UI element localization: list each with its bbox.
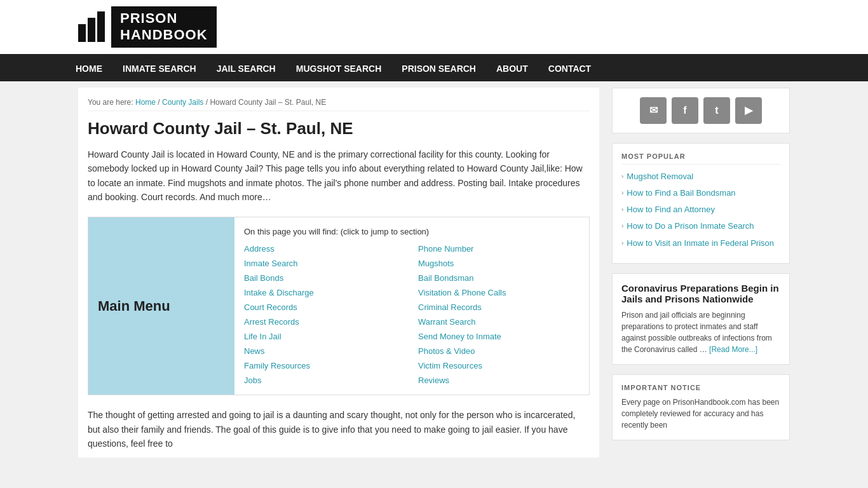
logo[interactable]: PRISON HANDBOOK [78, 6, 790, 48]
breadcrumb-current: Howard County Jail – St. Paul, NE [210, 98, 326, 107]
menu-link-warrant-search[interactable]: Warrant Search [418, 317, 580, 327]
notice-title: IMPORTANT NOTICE [621, 384, 780, 391]
menu-link-life-in-jail[interactable]: Life In Jail [244, 332, 405, 341]
menu-link-send-money[interactable]: Send Money to Inmate [418, 332, 580, 341]
list-item: › How to Find an Attorney [621, 204, 780, 215]
most-popular-section: MOST POPULAR › Mugshot Removal › How to … [612, 143, 790, 264]
menu-link-family[interactable]: Family Resources [244, 361, 405, 370]
arrow-icon: › [621, 222, 623, 229]
menu-content: On this page you will find: (click to ju… [234, 217, 589, 395]
menu-link-jobs[interactable]: Jobs [244, 376, 405, 385]
arrow-icon: › [621, 189, 623, 196]
breadcrumb-county-jails[interactable]: County Jails [162, 98, 203, 107]
menu-links-grid: Address Phone Number Inmate Search Mugsh… [244, 244, 580, 385]
logo-bars [78, 11, 105, 42]
nav-mugshot-search[interactable]: MUGSHOT SEARCH [286, 56, 392, 81]
arrow-icon: › [621, 173, 623, 180]
list-item: › Mugshot Removal [621, 171, 780, 182]
news-text: Prison and jail officials are beginning … [621, 309, 780, 355]
logo-bar-3 [97, 11, 105, 42]
site-header: PRISON HANDBOOK [0, 0, 868, 56]
main-layout: You are here: Home / County Jails / Howa… [65, 81, 803, 464]
page-intro: Howard County Jail is located in Howard … [88, 147, 590, 205]
popular-link-attorney[interactable]: How to Find an Attorney [627, 204, 715, 215]
nav-prison-search[interactable]: PRISON SEARCH [391, 56, 486, 81]
menu-link-visitation[interactable]: Visitation & Phone Calls [418, 288, 580, 297]
popular-link-mugshot[interactable]: Mugshot Removal [627, 171, 693, 182]
nav-about[interactable]: ABOUT [486, 56, 538, 81]
breadcrumb-home[interactable]: Home [135, 98, 156, 107]
read-more-link[interactable]: [Read More...] [709, 345, 757, 354]
youtube-button[interactable]: ▶ [735, 97, 762, 124]
news-title: Coronavirus Preparations Begin in Jails … [621, 283, 780, 304]
menu-link-victim[interactable]: Victim Resources [418, 361, 580, 370]
main-menu-section: Main Menu On this page you will find: (c… [88, 217, 590, 395]
twitter-button[interactable]: t [703, 97, 730, 124]
arrow-icon: › [621, 240, 623, 247]
nav-contact[interactable]: CONTACT [538, 56, 601, 81]
menu-intro: On this page you will find: (click to ju… [244, 227, 580, 236]
menu-label: Main Menu [88, 217, 234, 395]
menu-link-bail-bonds[interactable]: Bail Bonds [244, 273, 405, 283]
news-section: Coronavirus Preparations Begin in Jails … [612, 273, 790, 365]
popular-link-prison-inmate-search[interactable]: How to Do a Prison Inmate Search [627, 220, 754, 232]
breadcrumb: You are here: Home / County Jails / Howa… [88, 94, 590, 111]
bottom-text: The thought of getting arrested and goin… [88, 408, 590, 451]
menu-link-bail-bondsman[interactable]: Bail Bondsman [418, 273, 580, 283]
logo-line1: PRISON [120, 10, 208, 27]
menu-link-intake[interactable]: Intake & Discharge [244, 288, 405, 297]
most-popular-title: MOST POPULAR [621, 152, 780, 165]
main-content: You are here: Home / County Jails / Howa… [78, 88, 599, 458]
social-buttons: ✉ f t ▶ [612, 88, 790, 133]
popular-link-visit-inmate[interactable]: How to Visit an Inmate in Federal Prison [627, 238, 774, 249]
menu-link-mugshots[interactable]: Mugshots [418, 259, 580, 268]
nav-jail-search[interactable]: JAIL SEARCH [207, 56, 286, 81]
menu-link-criminal-records[interactable]: Criminal Records [418, 302, 580, 312]
menu-link-reviews[interactable]: Reviews [418, 376, 580, 385]
arrow-icon: › [621, 206, 623, 213]
page-title: Howard County Jail – St. Paul, NE [88, 119, 590, 139]
menu-link-phone[interactable]: Phone Number [418, 244, 580, 254]
menu-link-inmate-search[interactable]: Inmate Search [244, 259, 405, 268]
nav-home[interactable]: HOME [65, 56, 112, 81]
facebook-button[interactable]: f [672, 97, 698, 124]
notice-section: IMPORTANT NOTICE Every page on PrisonHan… [612, 374, 790, 440]
notice-text: Every page on PrisonHandbook.com has bee… [621, 396, 780, 431]
menu-link-arrest-records[interactable]: Arrest Records [244, 317, 405, 327]
list-item: › How to Find a Bail Bondsman [621, 187, 780, 199]
logo-line2: HANDBOOK [120, 27, 208, 43]
sidebar: ✉ f t ▶ MOST POPULAR › Mugshot Removal ›… [612, 88, 790, 458]
nav-inmate-search[interactable]: INMATE SEARCH [112, 56, 207, 81]
breadcrumb-you-are-here: You are here: [88, 98, 133, 107]
email-button[interactable]: ✉ [640, 97, 667, 124]
logo-bar-2 [88, 18, 95, 42]
main-nav: HOME INMATE SEARCH JAIL SEARCH MUGSHOT S… [0, 56, 868, 81]
menu-link-news[interactable]: News [244, 346, 405, 356]
popular-link-bail-bondsman[interactable]: How to Find a Bail Bondsman [627, 187, 735, 199]
logo-text: PRISON HANDBOOK [111, 6, 217, 48]
logo-bar-1 [78, 24, 86, 42]
list-item: › How to Visit an Inmate in Federal Pris… [621, 238, 780, 249]
menu-link-court-records[interactable]: Court Records [244, 302, 405, 312]
list-item: › How to Do a Prison Inmate Search [621, 220, 780, 232]
menu-link-address[interactable]: Address [244, 244, 405, 254]
menu-link-photos[interactable]: Photos & Video [418, 346, 580, 356]
